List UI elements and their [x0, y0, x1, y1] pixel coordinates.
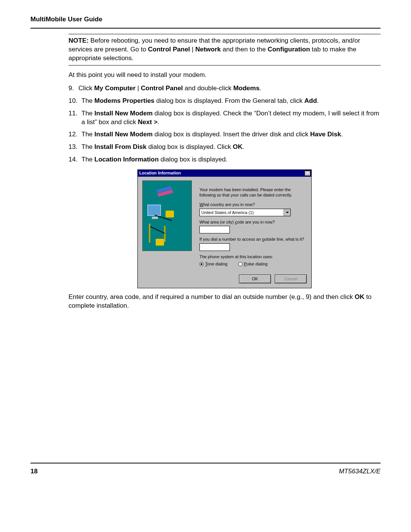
dialog-intro: Your modem has been installed. Please en… — [199, 187, 307, 198]
outside-line-input[interactable] — [199, 243, 230, 251]
step-item: 11.The Install New Modem dialog box is d… — [68, 109, 381, 127]
combo-dropdown-button[interactable] — [284, 209, 290, 216]
step-body: The Modems Properties dialog box is disp… — [81, 97, 381, 105]
radio-icon — [238, 262, 242, 266]
step-number: 11. — [68, 109, 81, 127]
close-icon: ✕ — [306, 171, 309, 175]
dialog-title: Location Information — [139, 170, 181, 176]
note-bold-e: Configuration — [268, 46, 310, 53]
step-number: 12. — [68, 130, 81, 139]
area-label: What area (or city) code are you in now? — [199, 219, 307, 225]
step-item: 13.The Install From Disk dialog box is d… — [68, 143, 381, 152]
country-combo[interactable]: United States of America (1) — [199, 209, 291, 216]
steps-list: 9.Click My Computer | Control Panel and … — [68, 84, 381, 165]
step-body: The Install New Modem dialog box is disp… — [81, 130, 381, 139]
country-value: United States of America (1) — [200, 209, 284, 216]
outside-label: If you dial a number to access an outsid… — [199, 236, 307, 242]
model-number: MT5634ZLX/E — [339, 467, 381, 476]
ok-button[interactable]: OK — [239, 275, 271, 283]
step-item: 10.The Modems Properties dialog box is d… — [68, 97, 381, 105]
content-column: NOTE: Before rebooting, you need to ensu… — [68, 34, 381, 310]
doc-header: MultiMobile User Guide — [30, 15, 381, 29]
phone-icon — [166, 211, 174, 217]
screenshot-wrap: Location Information ✕ — [68, 169, 381, 288]
chevron-down-icon — [286, 211, 289, 214]
step-body: The Install From Disk dialog box is disp… — [81, 143, 381, 152]
note-bold-c: Network — [195, 46, 221, 53]
note-label: NOTE: — [68, 37, 89, 44]
page-footer: 18 MT5634ZLX/E — [30, 463, 381, 476]
note-sep-b: | — [190, 46, 195, 53]
phone-system-label: The phone system at this location uses: — [199, 254, 307, 260]
lead-paragraph: At this point you will need to install y… — [68, 71, 381, 80]
step-body: The Install New Modem dialog box is disp… — [81, 109, 381, 127]
monitor-icon — [147, 204, 161, 216]
step-number: 10. — [68, 97, 81, 105]
step-number: 13. — [68, 143, 81, 152]
dialog-form: Your modem has been installed. Please en… — [199, 181, 307, 267]
tone-dialing-radio[interactable]: Tone dialing — [199, 261, 228, 267]
trailing-paragraph: Enter country, area code, and if require… — [68, 293, 381, 310]
cancel-button[interactable]: Cancel — [275, 275, 307, 283]
step-item: 14.The Location Information dialog box i… — [68, 155, 381, 164]
step-number: 9. — [68, 84, 78, 93]
step-body: Click My Computer | Control Panel and do… — [78, 84, 381, 93]
radio-icon — [199, 262, 204, 266]
step-body: The Location Information dialog box is d… — [81, 155, 381, 164]
dialog-illustration — [142, 181, 192, 251]
area-code-input[interactable] — [199, 226, 230, 233]
step-item: 9.Click My Computer | Control Panel and … — [68, 84, 381, 93]
dialog-titlebar: Location Information ✕ — [138, 170, 311, 177]
close-button[interactable]: ✕ — [304, 171, 311, 176]
location-information-dialog: Location Information ✕ — [137, 169, 312, 288]
step-item: 12.The Install New Modem dialog box is d… — [68, 130, 381, 139]
note-bold-b: Control Panel — [148, 46, 190, 53]
note-text-d: and then to the — [221, 46, 268, 53]
step-number: 14. — [68, 155, 81, 164]
pulse-dialing-radio[interactable]: Pulse dialing — [238, 261, 268, 267]
country-label: What country are you in now? — [199, 202, 307, 208]
phone-icon — [156, 239, 164, 246]
svg-marker-0 — [286, 212, 289, 213]
note-block: NOTE: Before rebooting, you need to ensu… — [68, 34, 381, 66]
page-number: 18 — [30, 467, 38, 476]
